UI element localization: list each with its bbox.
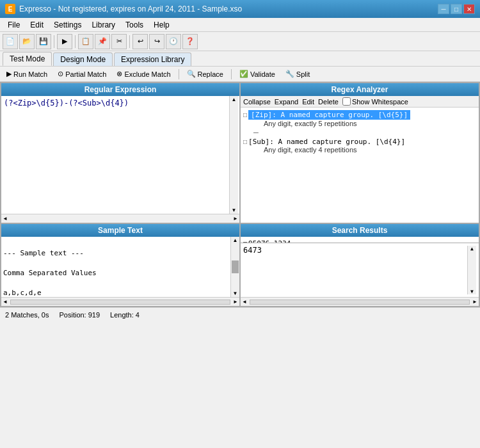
show-whitespace-checkbox[interactable] [342,97,351,106]
tree-item-zip[interactable]: □ [Zip]: A named capture group. [\d{5}] [243,110,476,120]
toolbar-undo[interactable]: ↩ [132,34,148,49]
menu-library[interactable]: Library [86,19,120,31]
toolbar-history[interactable]: 🕐 [166,34,181,49]
status-bar: 2 Matches, 0s Position: 919 Length: 4 [0,307,480,321]
regex-input[interactable]: (?<Zip>\d{5})-(?<Sub>\d{4}) [3,97,238,109]
replace-label: Replace [198,70,223,78]
results-hscroll-left[interactable]: ◄ [242,299,247,305]
close-button[interactable]: ✕ [463,4,475,14]
validate-icon: ✅ [239,70,248,78]
action-bar: ▶ Run Match ⊙ Partial Match ⊗ Exclude Ma… [0,67,480,82]
sample-hscroll-right[interactable]: ► [233,299,238,305]
selected-value-area: 6473 ▲ ▼ [241,243,479,297]
toolbar: 📄 📂 💾 ▶ 📋 📌 ✂ ↩ ↪ 🕐 ❓ [0,32,480,51]
sub-node-label: [Sub]: A named capture group. [\d{4}] [248,138,405,146]
zip-node-label: [Zip]: A named capture group. [\d{5}] [248,110,410,120]
analyzer-tree: □ [Zip]: A named capture group. [\d{5}] … [241,108,479,223]
toolbar-play[interactable]: ▶ [57,34,72,49]
results-hscrollbar[interactable]: ◄ ► [241,297,479,306]
selected-value-text: 6473 [243,246,467,294]
tree-item-dash[interactable]: ─ [253,127,476,138]
sample-text-line-1: Comma Separated Values [3,269,97,277]
split-button[interactable]: 🔧 Split [282,68,314,79]
menu-tools[interactable]: Tools [120,19,148,31]
toolbar-paste[interactable]: 📌 [95,34,110,49]
menu-bar: File Edit Settings Library Tools Help [0,18,480,32]
sample-hscroll-left[interactable]: ◄ [3,299,8,305]
maximize-button[interactable]: □ [451,4,462,14]
sample-text-content[interactable]: --- Sample text --- Comma Separated Valu… [1,237,230,297]
search-results-header: Search Results [241,224,479,237]
split-icon: 🔧 [285,70,294,78]
show-whitespace-label: Show Whitespace [352,98,408,106]
value-scroll-up[interactable]: ▲ [468,246,476,252]
expand-btn[interactable]: Expand [275,98,298,106]
analyzer-panel-header: Regex Analyzer [241,83,479,96]
menu-edit[interactable]: Edit [25,19,49,31]
status-position: Position: 919 [59,311,100,319]
value-scroll-down[interactable]: ▼ [468,289,476,294]
sample-scroll-up[interactable]: ▲ [231,237,239,243]
toolbar-sep3 [129,35,130,48]
edit-btn[interactable]: Edit [302,98,314,106]
sample-vscrollbar[interactable]: ▲ ▼ [230,237,239,297]
run-match-icon: ▶ [6,70,12,78]
value-vscrollbar[interactable]: ▲ ▼ [467,246,476,294]
tree-expand-sub[interactable]: □ [243,138,247,145]
action-sep1 [179,69,179,79]
sample-hscroll-track[interactable] [10,300,230,305]
sample-text-line-0: --- Sample text --- [3,249,84,257]
menu-settings[interactable]: Settings [49,19,86,31]
sample-scroll-thumb[interactable] [232,260,239,273]
toolbar-help[interactable]: ❓ [182,34,198,49]
run-match-button[interactable]: ▶ Run Match [3,68,51,79]
toolbar-open[interactable]: 📂 [19,34,35,49]
minimize-button[interactable]: ─ [438,4,449,14]
analyzer-toolbar: Collapse Expand Edit Delete Show Whitesp… [241,96,479,108]
menu-file[interactable]: File [3,19,25,31]
results-hscroll-right[interactable]: ► [472,299,477,305]
status-matches: 2 Matches, 0s [5,311,49,319]
regex-hscroll-right[interactable]: ► [233,216,238,221]
partial-match-icon: ⊙ [58,70,63,78]
regex-scrollbar-down[interactable]: ▼ [230,207,238,214]
validate-label: Validate [250,70,275,78]
exclude-match-label: Exclude Match [124,70,170,78]
sample-hscrollbar[interactable]: ◄ ► [1,297,239,306]
toolbar-redo[interactable]: ↪ [149,34,164,49]
toolbar-save[interactable]: 💾 [36,34,51,49]
tab-test-mode[interactable]: Test Mode [3,52,52,66]
run-match-label: Run Match [13,70,47,78]
collapse-btn[interactable]: Collapse [243,98,271,106]
zip-child: Any digit, exactly 5 repetitions [264,120,476,127]
show-whitespace-toggle[interactable]: Show Whitespace [342,97,408,106]
tab-bar: Test Mode Design Mode Expression Library [0,51,480,67]
regular-expression-panel: Regular Expression (?<Zip>\d{5})-(?<Sub>… [1,83,240,223]
partial-match-button[interactable]: ⊙ Partial Match [54,68,110,79]
tab-expression-library[interactable]: Expression Library [114,52,191,66]
partial-match-label: Partial Match [65,70,106,78]
tree-item-sub[interactable]: □ [Sub]: A named capture group. [\d{4}] [243,138,476,146]
toolbar-sep1 [54,35,54,48]
regex-hscroll-left[interactable]: ◄ [3,216,8,221]
exclude-match-button[interactable]: ⊗ Exclude Match [113,68,174,79]
regex-scrollbar-up[interactable]: ▲ [230,96,238,103]
replace-button[interactable]: 🔍 Replace [183,68,227,79]
search-results-panel: Search Results □ 95076-1234 Zip: 95076 S… [240,223,479,307]
title-bar: E Expresso - Not registered, expires on … [0,0,480,18]
toolbar-copy[interactable]: 📋 [78,34,93,49]
delete-btn[interactable]: Delete [318,98,339,106]
exclude-match-icon: ⊗ [116,70,122,78]
validate-button[interactable]: ✅ Validate [236,68,279,79]
toolbar-new[interactable]: 📄 [3,34,18,49]
sample-scroll-down[interactable]: ▼ [231,291,239,296]
menu-help[interactable]: Help [148,19,175,31]
search-results-tree[interactable]: □ 95076-1234 Zip: 95076 Sub: 1234 □ 9021… [241,237,479,243]
results-hscroll-track[interactable] [250,300,470,305]
tree-expand-zip[interactable]: □ [243,111,247,118]
toolbar-cut[interactable]: ✂ [111,34,127,49]
tab-design-mode[interactable]: Design Mode [53,52,113,66]
regex-panel-header: Regular Expression [1,83,239,96]
regex-panel-content[interactable]: (?<Zip>\d{5})-(?<Sub>\d{4}) ▲ ▼ [1,96,239,214]
regex-hscrollbar[interactable]: ◄ ► [1,214,239,223]
